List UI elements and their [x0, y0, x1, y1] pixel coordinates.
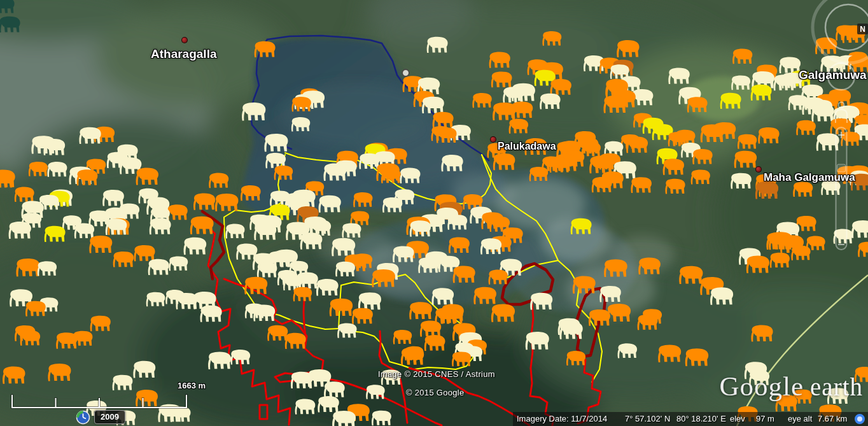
elephant-marker-orange[interactable]: [241, 185, 261, 201]
elephant-marker-orange[interactable]: [15, 187, 34, 202]
elephant-marker-orange[interactable]: [437, 127, 457, 143]
elephant-marker-edge[interactable]: [0, 17, 20, 32]
elephant-marker-cream[interactable]: [324, 381, 345, 397]
elephant-marker-cream[interactable]: [74, 224, 94, 239]
elephant-marker-cream[interactable]: [393, 246, 414, 262]
elephant-marker-orange[interactable]: [746, 256, 769, 274]
elephant-marker-orange[interactable]: [190, 217, 214, 234]
elephant-marker-orange[interactable]: [285, 333, 306, 349]
elephant-marker-cream[interactable]: [530, 293, 552, 310]
elephant-marker-orange[interactable]: [626, 136, 648, 153]
elephant-marker-orange[interactable]: [550, 79, 571, 95]
elephant-marker-cream[interactable]: [148, 259, 169, 275]
elephant-marker-orange[interactable]: [90, 316, 111, 331]
elephant-marker-cream[interactable]: [184, 238, 207, 255]
elephant-marker-orange[interactable]: [48, 364, 71, 381]
elephant-marker-orange[interactable]: [353, 192, 372, 207]
elephant-marker-cream[interactable]: [146, 292, 165, 307]
elephant-marker-yellow[interactable]: [571, 218, 592, 234]
elephant-marker-cream[interactable]: [254, 223, 276, 240]
elephant-marker-cream[interactable]: [342, 223, 361, 238]
elephant-marker-orange[interactable]: [592, 177, 612, 192]
elephant-marker-orange[interactable]: [701, 124, 724, 142]
elephant-marker-orange[interactable]: [293, 287, 312, 302]
elephant-marker-cream[interactable]: [366, 385, 385, 399]
elephant-marker-cream[interactable]: [359, 153, 379, 169]
elephant-marker-orange[interactable]: [409, 302, 432, 319]
elephant-marker-orange[interactable]: [267, 325, 288, 341]
elephant-marker-cream[interactable]: [295, 399, 316, 414]
elephant-marker-cream[interactable]: [382, 197, 402, 213]
elephant-marker-cream[interactable]: [169, 256, 188, 271]
elephant-marker-cream[interactable]: [323, 164, 346, 181]
elephant-marker-orange[interactable]: [631, 177, 651, 193]
elephant-marker-orange[interactable]: [665, 179, 685, 194]
elephant-marker-orange[interactable]: [566, 351, 585, 366]
elephant-marker-cream[interactable]: [208, 351, 231, 369]
elephant-marker-cream[interactable]: [441, 155, 463, 171]
elephant-marker-orange[interactable]: [291, 97, 311, 111]
elephant-marker-cream[interactable]: [447, 215, 467, 230]
time-slider-year[interactable]: 2009: [94, 410, 125, 424]
elephant-marker-cream[interactable]: [400, 168, 420, 183]
elephant-marker-cream[interactable]: [431, 288, 454, 304]
elephant-marker-cream[interactable]: [559, 322, 582, 339]
elephant-marker-dark[interactable]: [755, 181, 778, 199]
elephant-marker-cream[interactable]: [337, 323, 356, 338]
elephant-marker-cream[interactable]: [427, 37, 448, 53]
elephant-marker-cream[interactable]: [200, 306, 221, 322]
elephant-marker-orange[interactable]: [255, 41, 276, 57]
elephant-marker-orange[interactable]: [685, 348, 709, 366]
elephant-marker-orange[interactable]: [352, 308, 373, 324]
elephant-marker-orange[interactable]: [603, 96, 626, 113]
elephant-marker-cream[interactable]: [599, 286, 621, 302]
photo-marker-icon[interactable]: [402, 69, 410, 77]
elephant-marker-orange[interactable]: [424, 335, 445, 351]
elephant-marker-cream[interactable]: [526, 332, 549, 350]
elephant-marker-orange[interactable]: [509, 119, 529, 134]
elephant-marker-yellow[interactable]: [45, 226, 66, 242]
elephant-marker-orange[interactable]: [167, 204, 188, 220]
elephant-marker-cream[interactable]: [9, 222, 31, 239]
elephant-marker-orange[interactable]: [542, 31, 561, 46]
pegman-icon[interactable]: [836, 103, 847, 124]
elephant-marker-orange[interactable]: [491, 71, 512, 87]
elephant-marker-orange[interactable]: [617, 40, 639, 57]
google-earth-viewport[interactable]: AtharagallaGalgamuwaMaha GalgamuwaPaluka…: [0, 0, 868, 426]
elephant-marker-orange[interactable]: [0, 173, 13, 188]
elephant-marker-orange[interactable]: [136, 167, 158, 185]
zoom-slider[interactable]: [836, 127, 847, 250]
elephant-marker-orange[interactable]: [658, 344, 681, 362]
elephant-marker-cream[interactable]: [335, 262, 355, 277]
elephant-marker-orange[interactable]: [638, 258, 661, 274]
elephant-marker-orange[interactable]: [489, 270, 508, 285]
elephant-marker-cream[interactable]: [300, 232, 323, 249]
elephant-marker-cream[interactable]: [332, 238, 355, 256]
elephant-marker-orange[interactable]: [393, 330, 412, 344]
elephant-marker-cream[interactable]: [731, 173, 752, 189]
elephant-marker-orange[interactable]: [134, 245, 155, 261]
elephant-marker-orange[interactable]: [493, 153, 515, 170]
elephant-marker-orange[interactable]: [687, 97, 708, 112]
elephant-marker-cream[interactable]: [133, 361, 155, 378]
elephant-marker-cream[interactable]: [291, 117, 310, 131]
elephant-marker-orange[interactable]: [274, 166, 293, 180]
elephant-marker-cream[interactable]: [253, 305, 275, 322]
elephant-marker-orange[interactable]: [20, 330, 40, 346]
elephant-marker-orange[interactable]: [604, 259, 627, 277]
elephant-marker-cream[interactable]: [150, 218, 171, 235]
elephant-marker-cream[interactable]: [731, 75, 750, 90]
elephant-marker-cream[interactable]: [358, 292, 381, 310]
elephant-marker-cream[interactable]: [422, 97, 444, 113]
elephant-marker-cream[interactable]: [47, 162, 67, 177]
elephant-marker-orange[interactable]: [16, 259, 39, 276]
elephant-marker-cream[interactable]: [710, 287, 733, 304]
elephant-marker-cream[interactable]: [225, 224, 244, 239]
elephant-marker-orange[interactable]: [751, 325, 773, 342]
elephant-marker-cream[interactable]: [257, 262, 277, 278]
elephant-marker-orange[interactable]: [524, 138, 547, 155]
elephant-marker-orange[interactable]: [401, 348, 424, 366]
elephant-marker-orange[interactable]: [573, 276, 596, 294]
elephant-marker-orange[interactable]: [420, 320, 441, 336]
elephant-marker-orange[interactable]: [734, 151, 757, 168]
